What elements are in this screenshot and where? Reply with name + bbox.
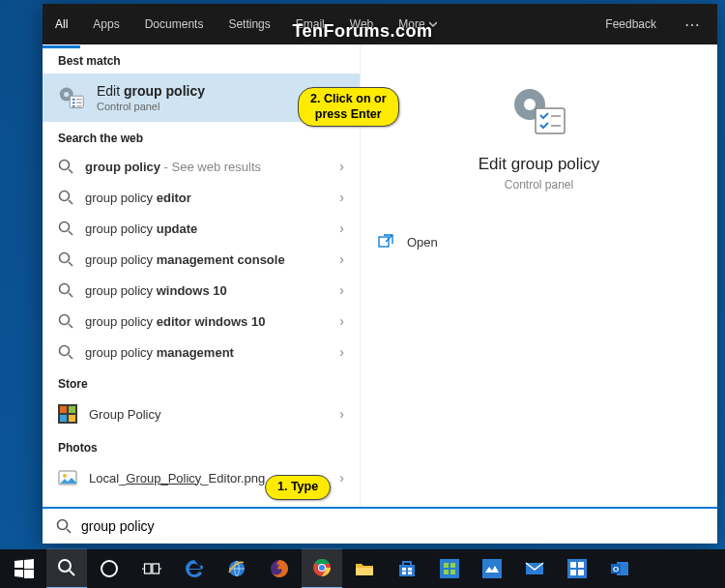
web-result[interactable]: group policy editor windows 10› — [43, 306, 360, 337]
web-result-label: group policy editor — [85, 191, 328, 205]
tab-documents[interactable]: Documents — [132, 4, 217, 44]
web-result-label: group policy management console — [85, 252, 328, 267]
web-result[interactable]: group policy editor› — [43, 182, 360, 213]
search-icon — [58, 159, 73, 174]
svg-point-7 — [60, 284, 70, 294]
search-results-panel: All Apps Documents Settings Email Web Mo… — [43, 4, 717, 544]
svg-point-8 — [60, 315, 70, 325]
svg-rect-34 — [402, 572, 406, 574]
svg-point-6 — [60, 253, 70, 263]
taskbar-app-2[interactable] — [472, 549, 512, 588]
taskbar-firefox[interactable] — [259, 549, 300, 588]
chevron-right-icon: › — [339, 406, 344, 422]
web-result[interactable]: group policy management› — [43, 337, 360, 368]
start-button[interactable] — [4, 549, 44, 588]
section-best-match: Best match — [43, 44, 360, 74]
chevron-right-icon: › — [339, 470, 344, 485]
search-icon — [58, 251, 73, 267]
web-result[interactable]: group policy - See web results› — [43, 151, 360, 182]
preview-title: Edit group policy — [478, 155, 600, 174]
chevron-right-icon: › — [339, 282, 344, 298]
annotation-type: 1. Type — [265, 475, 331, 500]
svg-point-30 — [319, 565, 325, 571]
svg-rect-41 — [578, 562, 584, 568]
svg-point-1 — [64, 92, 69, 97]
section-photos: Photos — [43, 431, 360, 460]
chevron-right-icon: › — [339, 159, 344, 174]
svg-point-4 — [60, 191, 70, 201]
svg-rect-19 — [536, 108, 565, 133]
more-options-button[interactable]: ⋯ — [669, 4, 717, 44]
svg-rect-35 — [408, 572, 412, 574]
web-result-label: group policy windows 10 — [85, 283, 328, 298]
svg-rect-11 — [60, 406, 67, 413]
svg-rect-31 — [356, 568, 373, 575]
best-match-title: Edit group policy — [97, 83, 205, 99]
svg-point-3 — [60, 161, 70, 170]
taskbar-mail[interactable] — [514, 549, 555, 588]
search-input[interactable] — [72, 517, 704, 535]
svg-point-23 — [102, 561, 117, 576]
chevron-right-icon: › — [339, 190, 344, 205]
search-icon — [58, 313, 73, 329]
taskbar-store[interactable] — [387, 549, 427, 588]
web-result[interactable]: group policy management console› — [43, 244, 360, 275]
svg-rect-20 — [379, 237, 389, 247]
tab-settings[interactable]: Settings — [216, 4, 282, 44]
svg-rect-13 — [60, 415, 67, 422]
taskbar-taskview[interactable] — [131, 549, 172, 588]
taskbar-app-1[interactable] — [429, 549, 470, 588]
search-icon — [58, 220, 73, 236]
svg-rect-36 — [440, 559, 459, 578]
web-result-label: group policy management — [85, 345, 328, 360]
search-icon — [56, 518, 72, 534]
web-result[interactable]: group policy windows 10› — [43, 275, 360, 306]
web-result[interactable]: group policy update› — [43, 213, 360, 244]
svg-rect-40 — [570, 562, 576, 568]
open-icon — [378, 234, 393, 250]
svg-rect-42 — [570, 570, 576, 575]
svg-rect-12 — [69, 406, 75, 413]
feedback-link[interactable]: Feedback — [593, 4, 669, 44]
svg-point-5 — [60, 222, 70, 232]
preview-pane: Edit group policy Control panel Open — [361, 44, 717, 509]
chevron-right-icon: › — [339, 344, 344, 360]
svg-rect-43 — [578, 570, 584, 575]
taskbar-ie[interactable] — [217, 549, 257, 588]
store-app-icon — [58, 404, 77, 424]
gpedit-icon — [58, 84, 85, 111]
svg-rect-32 — [402, 568, 406, 571]
watermark: TenForums.com — [292, 21, 432, 42]
taskbar-edge[interactable] — [174, 549, 215, 588]
preview-subtitle: Control panel — [505, 178, 573, 191]
search-box[interactable] — [43, 507, 717, 544]
gpedit-large-icon — [510, 83, 568, 141]
taskbar: O — [0, 549, 725, 588]
tab-apps[interactable]: Apps — [80, 4, 131, 44]
svg-rect-24 — [145, 564, 152, 573]
search-icon — [58, 282, 73, 298]
search-icon — [58, 344, 73, 360]
svg-rect-33 — [408, 568, 412, 571]
chevron-right-icon: › — [339, 251, 344, 267]
taskbar-search[interactable] — [46, 548, 87, 588]
taskbar-outlook[interactable]: O — [599, 549, 640, 588]
taskbar-cortana[interactable] — [89, 549, 130, 588]
taskbar-app-3[interactable] — [557, 549, 597, 588]
svg-rect-25 — [153, 564, 160, 573]
open-action[interactable]: Open — [378, 226, 700, 257]
chevron-right-icon: › — [339, 220, 344, 236]
web-result-label: group policy update — [85, 221, 328, 236]
svg-point-22 — [59, 560, 71, 572]
svg-rect-37 — [482, 559, 502, 578]
best-match-subtitle: Control panel — [97, 101, 205, 112]
search-icon — [58, 190, 73, 205]
tab-all[interactable]: All — [43, 4, 80, 48]
taskbar-chrome[interactable] — [302, 548, 342, 588]
store-result-label: Group Policy — [89, 407, 328, 422]
svg-point-16 — [63, 474, 67, 478]
svg-point-9 — [60, 346, 70, 356]
taskbar-explorer[interactable] — [344, 549, 385, 588]
svg-text:O: O — [613, 565, 619, 573]
store-result[interactable]: Group Policy › — [43, 397, 360, 431]
